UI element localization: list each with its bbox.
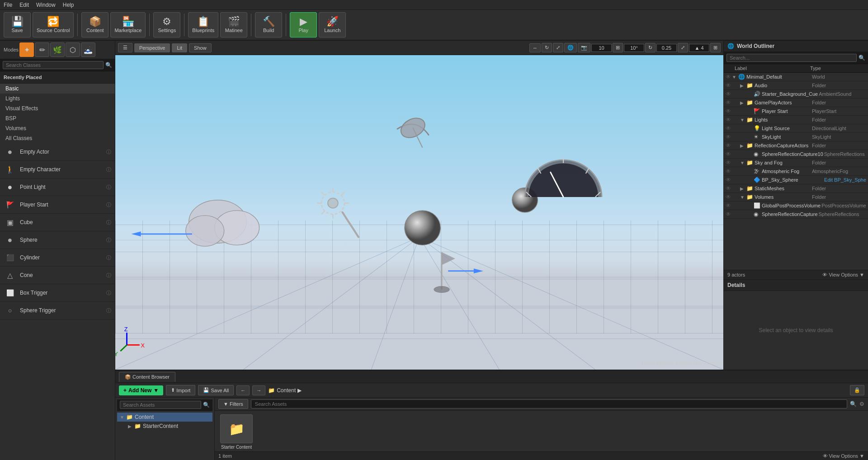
lock-button[interactable]: 🔒 (850, 385, 864, 395)
actor-sphere[interactable]: ● Sphere ⓘ (0, 231, 115, 249)
tree-item-lights[interactable]: 👁 ▼ 📁 Lights Folder (724, 116, 868, 124)
play-button[interactable]: ▶ Play (290, 12, 317, 38)
tree-item-atmo-fog[interactable]: 👁 🌫 Atmospheric Fog AtmosphericFog (724, 167, 868, 176)
filters-button[interactable]: ▼ Filters (218, 399, 248, 409)
assets-view-options-btn[interactable]: 👁 View Options ▼ (823, 453, 865, 459)
menu-file[interactable]: File (4, 2, 12, 8)
mode-place[interactable]: ✦ (19, 42, 34, 57)
assets-search-input[interactable] (251, 399, 847, 408)
marketplace-button[interactable]: 🏪 Marketplace (110, 12, 146, 38)
view-options-btn[interactable]: 👁 View Options ▼ (822, 272, 864, 277)
maximize-btn[interactable]: ⊞ (710, 43, 721, 52)
actor-player-start[interactable]: 🚩 Player Start ⓘ (0, 196, 115, 214)
tree-item-minimal-default[interactable]: 👁 ▼ 🌐 Minimal_Default World (724, 73, 868, 81)
save-all-button[interactable]: 💾 Save All (198, 385, 234, 395)
rotate-btn[interactable]: ↻ (542, 43, 552, 52)
world-btn[interactable]: 🌐 (564, 43, 577, 52)
tree-item-sky-fog[interactable]: 👁 ▼ 📁 Sky and Fog Folder (724, 159, 868, 167)
lit-btn[interactable]: Lit (172, 43, 187, 52)
expand-8[interactable]: ▶ (740, 143, 745, 148)
scale-icon[interactable]: ⤢ (678, 43, 688, 52)
tree-item-spherereflection[interactable]: 👁 ◉ SphereReflectionCapture SphereReflec… (724, 210, 868, 219)
mode-foliage[interactable]: 🌿 (50, 42, 65, 57)
translate-btn[interactable]: ↔ (529, 43, 541, 52)
menu-edit[interactable]: Edit (19, 2, 29, 8)
grid-icon[interactable]: ⊞ (613, 43, 623, 52)
tree-item-player-start[interactable]: 👁 🚩 Player Start PlayerStart (724, 107, 868, 116)
perspective-btn[interactable]: Perspective (134, 43, 170, 52)
viewport-menu-btn[interactable]: ☰ (118, 43, 132, 52)
rotation-icon[interactable]: ↻ (645, 43, 656, 52)
import-button[interactable]: ⬆ Import (166, 385, 195, 395)
modes-label: Modes (4, 47, 19, 52)
nav-forward-button[interactable]: → (252, 385, 265, 395)
folder-icon-5: 📁 (746, 117, 754, 123)
tree-item-volumes[interactable]: 👁 ▼ 📁 Volumes Folder (724, 193, 868, 202)
svg-line-35 (586, 168, 589, 174)
search-classes-input[interactable] (3, 61, 104, 69)
build-button[interactable]: 🔨 Build (255, 12, 282, 38)
category-volumes[interactable]: Volumes (0, 123, 115, 133)
actor-cone-label: Cone (20, 272, 103, 278)
expand-10[interactable]: ▼ (740, 160, 745, 165)
tree-item-reflectioncaptureactors[interactable]: 👁 ▶ 📁 ReflectionCaptureActors Folder (724, 141, 868, 150)
expand-3[interactable]: ▶ (740, 100, 745, 105)
tree-item-skylight[interactable]: 👁 ☀ SkyLight SkyLight (724, 133, 868, 141)
camera-speed-btn[interactable]: 📷 (578, 43, 590, 52)
nav-back-button[interactable]: ← (236, 385, 250, 395)
tree-item-global-ppv[interactable]: 👁 ⬜ GlobalPostProcessVolume PostProcessV… (724, 202, 868, 210)
actor-cylinder[interactable]: ⬛ Cylinder ⓘ (0, 249, 115, 267)
outliner-search-input[interactable] (726, 54, 857, 62)
folder-label-starter: StarterContent (143, 423, 178, 429)
tree-item-audio[interactable]: 👁 ▶ 📁 Audio Folder (724, 81, 868, 90)
category-lights[interactable]: Lights (0, 94, 115, 103)
folder-content[interactable]: ▼ 📁 Content (117, 413, 212, 422)
menu-help[interactable]: Help (63, 2, 74, 8)
save-button[interactable]: 💾 Save (4, 12, 31, 38)
expand-0[interactable]: ▼ (732, 75, 737, 80)
asset-starter-content[interactable]: 📁 Starter Content (218, 414, 255, 450)
show-btn[interactable]: Show (189, 43, 212, 52)
actor-cube[interactable]: ▣ Cube ⓘ (0, 214, 115, 231)
expand-13[interactable]: ▶ (740, 186, 745, 191)
tree-item-light-source[interactable]: 👁 💡 Light Source DirectionalLight (724, 124, 868, 133)
tree-item-spherereflection10[interactable]: 👁 ◉ SphereReflectionCapture10 SphereRefl… (724, 150, 868, 159)
blueprints-button[interactable]: 📋 Blueprints (188, 12, 218, 38)
mode-paint[interactable]: ✏ (35, 42, 49, 57)
launch-button[interactable]: 🚀 Launch (319, 12, 346, 38)
menu-window[interactable]: Window (36, 2, 56, 8)
add-new-button[interactable]: + Add New ▼ (119, 385, 163, 395)
actor-box-trigger[interactable]: ⬜ Box Trigger ⓘ (0, 284, 115, 302)
expand-1[interactable]: ▶ (740, 83, 745, 88)
player-start-icon: 🚩 (4, 198, 16, 211)
actor-sphere-trigger[interactable]: ○ Sphere Trigger ⓘ (0, 302, 115, 319)
mode-geometry[interactable]: ⬡ (66, 42, 80, 57)
tree-type-12[interactable]: Edit BP_Sky_Sphe (824, 177, 866, 183)
settings-button[interactable]: ⚙ Settings (153, 12, 180, 38)
marketplace-icon: 🏪 (122, 17, 134, 27)
content-button[interactable]: 📦 Content (81, 12, 108, 38)
source-control-button[interactable]: 🔁 Source Control (33, 12, 74, 38)
matinee-button[interactable]: 🎬 Matinee (220, 12, 247, 38)
scale-btn[interactable]: ⤢ (553, 43, 563, 52)
expand-5[interactable]: ▼ (740, 117, 745, 122)
mode-landscape[interactable]: 🗻 (81, 42, 95, 57)
tree-item-gameplayactors[interactable]: 👁 ▶ 📁 GamePlayActors Folder (724, 99, 868, 107)
category-bsp[interactable]: BSP (0, 113, 115, 123)
folder-search-input[interactable] (120, 401, 201, 409)
category-all-classes[interactable]: All Classes (0, 133, 115, 143)
category-basic[interactable]: Basic (0, 84, 115, 94)
content-browser-tab[interactable]: 📦 Content Browser (119, 372, 175, 382)
tree-item-bp-sky-sphere[interactable]: 👁 🔷 BP_Sky_Sphere Edit BP_Sky_Sphe (724, 176, 868, 184)
viewport-canvas[interactable]: X Z Y Level: Minimal_Default (115, 55, 723, 370)
expand-14[interactable]: ▼ (740, 195, 745, 200)
tree-item-staticmeshes[interactable]: 👁 ▶ 📁 StaticMeshes Folder (724, 184, 868, 193)
path-content-label: Content (277, 387, 296, 394)
actor-cone[interactable]: △ Cone ⓘ (0, 267, 115, 284)
actor-empty-character[interactable]: 🚶 Empty Character ⓘ (0, 161, 115, 178)
category-visual-effects[interactable]: Visual Effects (0, 103, 115, 113)
tree-item-starter-bg-cue[interactable]: 👁 🔊 Starter_Background_Cue AmbientSound (724, 90, 868, 99)
actor-empty-actor[interactable]: ● Empty Actor ⓘ (0, 143, 115, 161)
actor-point-light[interactable]: ● Point Light ⓘ (0, 178, 115, 196)
folder-starter-content[interactable]: ▶ 📁 StarterContent (117, 422, 212, 431)
